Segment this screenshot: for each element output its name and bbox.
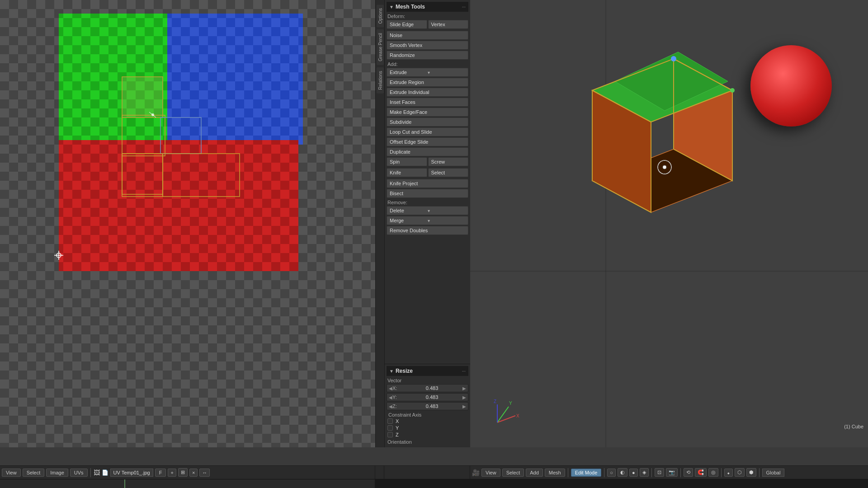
merge-dropdown[interactable]: Merge ▾ (387, 216, 468, 225)
manipulator-button[interactable]: ⟲ (684, 468, 693, 477)
uv-cross-button[interactable]: × (189, 469, 198, 477)
viewport-ortho-button[interactable]: ⊡ (655, 468, 664, 477)
randomize-button[interactable]: Randomize (387, 51, 468, 60)
side-tabs-panel: Options Grease Pencil Relations (375, 0, 384, 447)
bisect-button[interactable]: Bisect (387, 189, 468, 198)
viewport-camera-button[interactable]: 📷 (666, 468, 678, 477)
resize-title: Resize (396, 368, 462, 374)
subdivide-button[interactable]: Subdivide (387, 117, 468, 127)
svg-text:X: X (516, 413, 519, 418)
side-tab-options[interactable]: Options (377, 5, 384, 27)
x-axis-checkbox[interactable] (387, 418, 393, 424)
viewport-shading-3[interactable]: ● (629, 469, 638, 477)
knife-button[interactable]: Knife (387, 168, 427, 177)
knife-project-button[interactable]: Knife Project (387, 179, 468, 188)
panel-collapse-arrow: ▼ (389, 5, 394, 9)
vector-label: Vector (387, 378, 467, 383)
side-tabs-bottom (375, 466, 384, 479)
viewport-shading-4[interactable]: ◈ (640, 468, 649, 477)
uv-plus-button[interactable]: + (168, 469, 176, 477)
delete-dropdown[interactable]: Delete ▾ (387, 206, 468, 215)
inset-faces-button[interactable]: Inset Faces (387, 98, 468, 107)
y-increment-arrow[interactable]: ▶ (462, 395, 466, 400)
merge-dropdown-label: Merge (390, 218, 428, 223)
uv-f-button[interactable]: F (155, 469, 166, 477)
side-tab-grease-pencil[interactable]: Grease Pencil (377, 29, 384, 65)
global-button[interactable]: Global (762, 469, 785, 477)
loop-cut-slide-button[interactable]: Loop Cut and Slide (387, 127, 468, 136)
make-edge-face-button[interactable]: Make Edge/Face (387, 108, 468, 117)
svg-text:Z: Z (494, 399, 496, 404)
z-axis-label: Z: (392, 404, 401, 409)
vertex-select[interactable]: ⬥ (724, 469, 733, 477)
screw-button[interactable]: Screw (428, 157, 469, 166)
3d-mesh-button[interactable]: Mesh (545, 469, 565, 477)
extrude-dropdown-arrow: ▾ (428, 70, 466, 75)
y-decrement-arrow[interactable]: ◀ (389, 395, 392, 400)
extrude-individual-button[interactable]: Extrude Individual (387, 88, 468, 97)
resize-collapse-arrow: ▼ (389, 369, 394, 374)
slide-edge-button[interactable]: Slide Edge (387, 20, 427, 29)
y-axis-label: Y: (392, 394, 401, 400)
orientation-label: Orientation (387, 439, 467, 445)
uv-uvs-button[interactable]: UVs (70, 469, 88, 477)
uv-select-button[interactable]: Select (23, 469, 45, 477)
constraint-axis-section: Constraint Axis X Y Z (387, 412, 467, 437)
noise-button[interactable]: Noise (387, 31, 468, 40)
mesh-tools-header[interactable]: ▼ Mesh Tools ··· (387, 2, 468, 12)
knife-select-row: Knife Select (387, 168, 468, 178)
uv-image-button[interactable]: Image (46, 469, 68, 477)
3d-toolbar: 🎥 View Select Add Mesh Edit Mode ○ ◐ ● ◈… (470, 466, 868, 479)
z-decrement-arrow[interactable]: ◀ (389, 404, 392, 409)
3d-add-button[interactable]: Add (526, 469, 543, 477)
extrude-dropdown-label: Extrude (390, 70, 428, 75)
snap-button[interactable]: 🧲 (695, 468, 707, 477)
uv-toolbar-sep1 (90, 468, 91, 477)
extrude-dropdown[interactable]: Extrude ▾ (387, 68, 468, 77)
face-select[interactable]: ⬢ (746, 468, 756, 477)
edit-mode-button[interactable]: Edit Mode (571, 469, 602, 477)
mesh-tools-title: Mesh Tools (396, 4, 462, 10)
mesh-tools-bottom (384, 466, 470, 479)
svg-text:Y: Y (509, 401, 512, 406)
duplicate-button[interactable]: Duplicate (387, 147, 468, 156)
y-axis-checkbox[interactable] (387, 425, 393, 431)
edge-select[interactable]: ⬡ (735, 468, 745, 477)
viewport-shading-2[interactable]: ◐ (618, 468, 627, 477)
uv-view-button[interactable]: View (2, 469, 21, 477)
deform-label: Deform: (387, 14, 467, 19)
remove-label: Remove: (387, 200, 467, 205)
x-vector-field[interactable]: ◀ X: 0.483 ▶ (387, 384, 468, 392)
select-button[interactable]: Select (428, 168, 469, 177)
slide-edge-vertex-row: Slide Edge Vertex (387, 20, 468, 30)
svg-rect-18 (167, 14, 303, 145)
3d-toolbar-sep6 (759, 468, 760, 477)
proportional-button[interactable]: ◎ (708, 468, 718, 477)
x-decrement-arrow[interactable]: ◀ (389, 386, 392, 391)
smooth-vertex-button[interactable]: Smooth Vertex (387, 41, 468, 50)
z-axis-name: Z (396, 432, 399, 437)
3d-view-button[interactable]: View (481, 469, 500, 477)
z-vector-field[interactable]: ◀ Z: 0.483 ▶ (387, 402, 468, 410)
constraint-axis-label: Constraint Axis (388, 412, 467, 418)
z-axis-checkbox[interactable] (387, 432, 393, 437)
uv-grid-button[interactable]: ⊞ (178, 468, 188, 477)
svg-point-45 (671, 56, 676, 61)
uv-filename[interactable]: UV Temp01_.jpg (110, 469, 153, 477)
3d-toolbar-sep2 (604, 468, 604, 477)
y-vector-field[interactable]: ◀ Y: 0.483 ▶ (387, 393, 468, 401)
spin-button[interactable]: Spin (387, 157, 427, 166)
extrude-region-button[interactable]: Extrude Region (387, 78, 468, 87)
resize-dots: ··· (462, 369, 466, 374)
side-tab-relations[interactable]: Relations (377, 67, 384, 94)
vertex-button[interactable]: Vertex (428, 20, 469, 29)
viewport-shading-1[interactable]: ○ (607, 469, 616, 477)
3d-toolbar-sep4 (680, 468, 681, 477)
uv-move-button[interactable]: ↔ (199, 469, 210, 477)
3d-select-button[interactable]: Select (502, 469, 524, 477)
resize-header[interactable]: ▼ Resize ··· (387, 366, 468, 376)
x-increment-arrow[interactable]: ▶ (462, 386, 466, 391)
remove-doubles-button[interactable]: Remove Doubles (387, 226, 468, 235)
offset-edge-slide-button[interactable]: Offset Edge Slide (387, 137, 468, 146)
z-increment-arrow[interactable]: ▶ (462, 404, 466, 409)
